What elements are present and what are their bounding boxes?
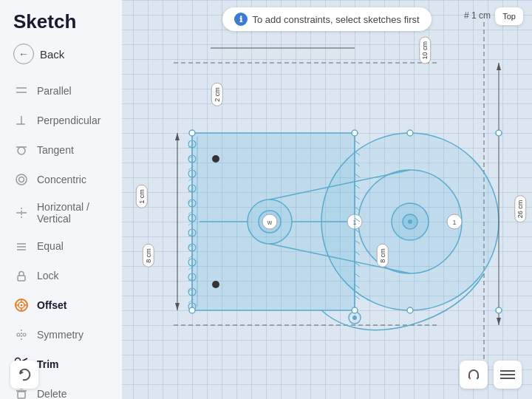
svg-rect-13 (18, 276, 25, 281)
equal-icon (13, 238, 30, 254)
notice-text: To add constraints, select sketches firs… (252, 14, 419, 25)
svg-point-22 (17, 333, 20, 336)
svg-point-6 (16, 174, 27, 185)
notice-icon: ℹ (234, 13, 248, 26)
perpendicular-label: Perpendicular (37, 115, 100, 126)
svg-point-85 (189, 130, 195, 136)
offset-label: Offset (37, 299, 66, 311)
offset-icon (13, 297, 30, 313)
bottom-right-controls (460, 361, 522, 389)
app-title: Sketch (0, 0, 122, 39)
menu-icon (500, 369, 515, 380)
svg-point-92 (496, 307, 502, 313)
lock-label: Lock (37, 270, 59, 282)
svg-point-7 (19, 177, 24, 183)
svg-marker-77 (175, 133, 180, 140)
concentric-icon (13, 171, 30, 188)
magnet-icon (466, 367, 481, 382)
dim-2cm: 2 cm (211, 83, 223, 106)
dim-8cm-left: 8 cm (143, 244, 154, 267)
svg-text:1: 1 (452, 219, 456, 226)
symmetry-label: Symmetry (37, 329, 83, 341)
svg-point-23 (23, 333, 26, 336)
svg-rect-28 (18, 392, 25, 398)
sidebar-item-symmetry[interactable]: Symmetry (0, 320, 122, 349)
sidebar-item-equal[interactable]: Equal (0, 231, 122, 261)
svg-point-16 (21, 304, 23, 307)
hv-label: Horizontal / Vertical (37, 201, 109, 225)
svg-point-87 (189, 307, 195, 313)
sidebar-item-hv[interactable]: Horizontal / Vertical (0, 194, 122, 231)
sidebar: Sketch ← Back Parallel Perpendicular (0, 0, 122, 399)
trim-label: Trim (37, 358, 59, 370)
sketch-canvas[interactable]: 1 w 1 (122, 0, 532, 399)
lock-icon (13, 267, 30, 284)
perpendicular-icon (13, 112, 30, 129)
symmetry-icon (13, 327, 30, 343)
svg-marker-78 (175, 303, 180, 310)
dim-1cm: 1 cm (136, 185, 148, 208)
svg-point-94 (212, 281, 219, 288)
back-button[interactable]: ← Back (0, 39, 122, 73)
top-right-label: Top (502, 12, 516, 21)
menu-button[interactable] (494, 361, 522, 389)
svg-point-90 (407, 307, 413, 313)
svg-point-84 (352, 316, 357, 320)
svg-line-116 (355, 296, 360, 299)
sidebar-item-concentric[interactable]: Concentric (0, 165, 122, 194)
magnet-button[interactable] (460, 361, 488, 389)
sidebar-item-lock[interactable]: Lock (0, 261, 122, 290)
svg-marker-80 (497, 63, 501, 70)
top-right-button[interactable]: Top (495, 7, 523, 25)
svg-point-86 (352, 130, 358, 136)
sidebar-item-tangent[interactable]: Tangent (0, 135, 122, 165)
svg-line-102 (355, 140, 360, 144)
delete-label: Delete (37, 388, 66, 399)
svg-marker-81 (497, 318, 501, 325)
svg-point-89 (407, 130, 413, 136)
bottom-left-controls (10, 361, 38, 389)
svg-point-93 (212, 155, 219, 163)
svg-point-91 (496, 130, 502, 136)
svg-text:w: w (267, 219, 273, 226)
dim-10cm: 10 cm (419, 37, 431, 64)
sidebar-item-offset[interactable]: Offset (0, 290, 122, 320)
equal-label: Equal (37, 240, 64, 252)
parallel-icon (13, 83, 30, 99)
dim-26cm: 26 cm (514, 196, 526, 223)
undo-icon (17, 367, 32, 382)
constraint-notice: ℹ To add constraints, select sketches fi… (222, 7, 431, 31)
svg-point-68 (408, 219, 412, 224)
sidebar-item-parallel[interactable]: Parallel (0, 76, 122, 106)
scale-label: # 1 cm (464, 10, 491, 21)
back-arrow-icon: ← (13, 44, 34, 64)
tangent-icon (13, 142, 30, 158)
concentric-label: Concentric (37, 174, 86, 185)
sidebar-item-perpendicular[interactable]: Perpendicular (0, 106, 122, 135)
undo-button[interactable] (10, 361, 38, 389)
hv-icon (13, 205, 30, 221)
svg-point-88 (352, 307, 358, 313)
back-label: Back (40, 48, 64, 61)
dim-8cm-right: 8 cm (377, 244, 389, 267)
tangent-label: Tangent (37, 144, 74, 156)
parallel-label: Parallel (37, 85, 72, 97)
svg-point-4 (18, 147, 25, 154)
